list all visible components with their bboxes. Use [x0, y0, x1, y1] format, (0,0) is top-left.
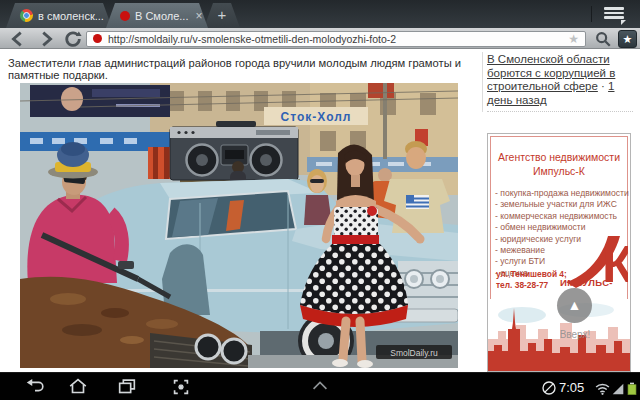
ad-brand-name: ИМПУЛЬС-	[560, 277, 613, 288]
ad-service-item: - покупка-продажа недвижимости	[495, 188, 629, 199]
bookmarks-button[interactable]: ★	[618, 30, 637, 48]
close-icon[interactable]: ×	[195, 9, 202, 23]
battery-icon	[624, 379, 640, 397]
photo-watermark: SmolDaily.ru	[376, 345, 452, 359]
photo-sign-text: Сток-Холл	[281, 110, 352, 124]
blocking-mode-icon	[540, 379, 558, 397]
url-bar[interactable]: http://smoldaily.ru/v-smolenske-otmetili…	[86, 31, 586, 47]
chevron-up-icon: ▲	[568, 297, 582, 313]
tab-smoldaily-active[interactable]: В Смоле... ×	[106, 3, 208, 28]
news-link[interactable]: В Смоленской области борются с коррупцие…	[487, 53, 615, 92]
divider	[482, 52, 483, 112]
screenshot-icon[interactable]	[170, 376, 192, 398]
url-text: http://smoldaily.ru/v-smolenske-otmetili…	[108, 33, 562, 45]
tablet-screen: в смоленск... В Смоле... × + http://smol…	[0, 0, 640, 400]
scroll-to-top-button[interactable]: ▲	[557, 288, 592, 323]
clock[interactable]: 7:05	[559, 380, 584, 395]
sidebar-news-item[interactable]: В Смоленской области борются с коррупцие…	[487, 53, 633, 107]
ad-address: ул. Тенишевой 4; тел. 38-28-77	[496, 269, 567, 291]
tab-label: в смоленск...	[38, 10, 104, 22]
scroll-to-top-label: Вверх!	[549, 329, 601, 340]
ad-service-item: - коммерческая недвижимость	[495, 211, 629, 222]
refresh-icon[interactable]	[64, 30, 82, 48]
ad-title: Агентство недвижимости	[488, 151, 630, 163]
divider	[591, 6, 592, 22]
ad-service-item: - земельные участки для ИЖС	[495, 199, 629, 210]
forward-icon[interactable]	[37, 30, 55, 48]
browser-toolbar: http://smoldaily.ru/v-smolenske-otmetili…	[0, 28, 640, 49]
news-separator: ·	[598, 80, 608, 92]
back-icon[interactable]	[24, 376, 46, 398]
article-lead: Заместители глав администраций районов г…	[8, 57, 476, 81]
article-photo[interactable]: Сток-Холл	[20, 83, 458, 368]
new-tab-button[interactable]: +	[204, 3, 240, 28]
tab-label: В Смоле...	[135, 10, 188, 22]
wifi-icon	[594, 380, 611, 397]
bookmark-star-icon[interactable]: ★	[568, 33, 579, 45]
home-icon[interactable]	[67, 376, 89, 398]
page-content: Заместители глав администраций районов г…	[0, 50, 640, 372]
menu-icon[interactable]	[602, 5, 626, 23]
chrome-favicon-icon	[20, 9, 33, 22]
ad-title: Импульс-К	[488, 165, 630, 177]
recent-apps-icon[interactable]	[116, 376, 138, 398]
system-navigation-bar: 7:05	[0, 372, 640, 400]
svg-text:SmolDaily.ru: SmolDaily.ru	[390, 348, 438, 358]
star-icon: ★	[623, 33, 633, 45]
divider	[487, 111, 633, 112]
back-icon[interactable]	[9, 30, 27, 48]
chevron-up-icon[interactable]	[309, 376, 331, 398]
search-icon[interactable]	[594, 30, 612, 48]
site-favicon-icon	[93, 34, 102, 43]
browser-tab-strip: в смоленск... В Смоле... × +	[0, 0, 640, 28]
tab-smolensk[interactable]: в смоленск...	[6, 3, 112, 28]
site-favicon-icon	[120, 11, 130, 21]
